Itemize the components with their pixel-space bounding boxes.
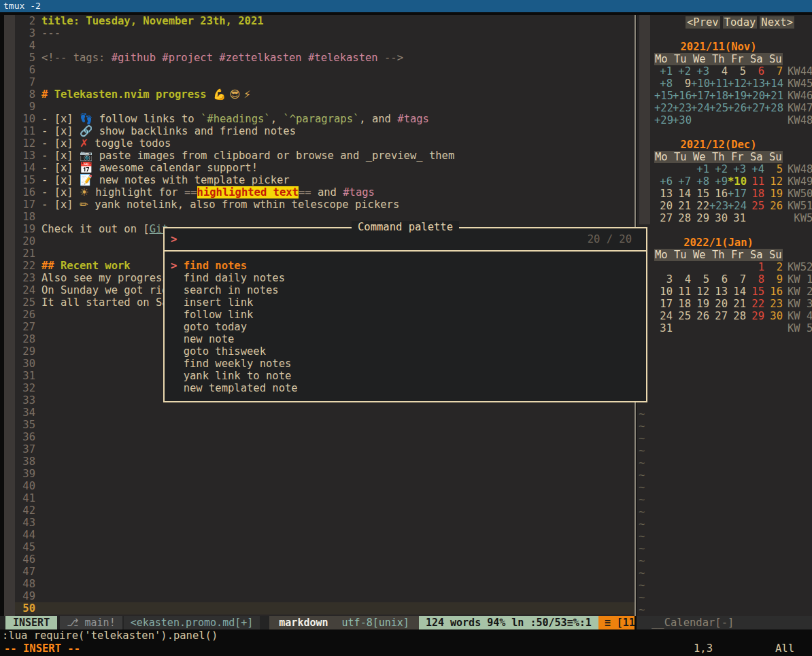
calendar-day-cell[interactable]: 19 [764,188,783,200]
calendar-day-cell[interactable]: +1 [691,163,709,175]
calendar-day-cell[interactable]: +30 [673,114,691,126]
editor-line[interactable]: 11- [x] 🔗 show backlinks and friend note… [15,125,635,137]
editor-line[interactable]: 5<!-- tags: #github #project #zettelkast… [15,52,635,64]
calendar-day-cell[interactable]: 12 [691,286,709,298]
calendar-day-cell[interactable]: +8 [654,77,673,90]
calendar-day-cell[interactable]: +20 [746,90,764,102]
calendar-day-cell[interactable]: +3 [728,163,746,175]
calendar-day-cell[interactable]: 12 [764,175,783,188]
editor-line[interactable]: 45 [15,541,635,553]
editor-line[interactable]: 10- [x] 👣 follow links to `#headings`, `… [15,113,635,125]
calendar-day-cell[interactable]: 14 [728,286,746,298]
calendar-day-cell[interactable]: +23 [709,200,728,212]
calendar-day-cell[interactable]: 6 [746,65,764,77]
calendar-day-cell[interactable]: 26 [691,310,709,322]
calendar-day-cell[interactable]: +13 [746,77,764,90]
calendar-day-cell[interactable]: 27 [654,212,673,224]
editor-line[interactable]: 46 [15,553,635,566]
calendar-day-cell[interactable]: +10 [691,77,709,90]
calendar-day-cell[interactable]: 19 [691,298,709,310]
calendar-day-cell[interactable]: 20 [709,298,728,310]
editor-line[interactable]: 50 [15,602,635,615]
editor-line[interactable]: 39 [15,468,635,480]
editor-line[interactable]: 35 [15,419,635,431]
calendar-day-cell[interactable]: +8 [691,175,709,188]
calendar-today-button[interactable]: Today [723,16,758,29]
editor-line[interactable]: 42 [15,504,635,517]
calendar-day-cell[interactable]: 11 [746,175,764,188]
calendar-day-cell[interactable]: 10 [654,286,673,298]
editor-line[interactable]: 4 [15,39,635,52]
palette-item-find-notes[interactable]: > find notes [165,260,646,272]
palette-item-new-templated-note[interactable]: new templated note [165,382,646,394]
calendar-day-cell[interactable]: 3 [654,273,673,286]
calendar-day-cell[interactable]: +21 [764,90,783,102]
calendar-day-cell[interactable]: 17 [654,298,673,310]
calendar-day-cell[interactable]: +28 [764,102,783,114]
calendar-day-cell[interactable]: +22 [654,102,673,114]
calendar-day-cell[interactable]: 2 [764,261,783,273]
calendar-day-cell[interactable]: 18 [673,298,691,310]
palette-item-find-weekly-notes[interactable]: find weekly notes [165,358,646,370]
calendar-day-cell[interactable]: +9 [709,175,728,188]
calendar-day-cell[interactable]: 5 [728,65,746,77]
calendar-day-cell[interactable]: 14 [673,188,691,200]
editor-line[interactable]: 2title: Tuesday, November 23th, 2021 [15,15,635,27]
calendar-day-cell[interactable]: 7 [728,273,746,286]
calendar-day-cell[interactable]: 29 [746,310,764,322]
calendar-day-cell[interactable]: +25 [709,102,728,114]
calendar-day-cell[interactable]: +6 [654,175,673,188]
calendar-day-cell[interactable]: 7 [764,65,783,77]
calendar-day-cell[interactable]: +24 [728,200,746,212]
calendar-day-cell[interactable]: 1 [746,261,764,273]
calendar-day-cell[interactable]: 30 [709,212,728,224]
calendar-day-cell[interactable]: 9 [764,273,783,286]
calendar-day-cell[interactable]: 26 [764,200,783,212]
calendar-scrollbar[interactable] [639,15,650,224]
editor-line[interactable]: 36 [15,431,635,443]
calendar-day-cell[interactable]: +19 [728,90,746,102]
calendar-day-cell[interactable]: +18 [709,90,728,102]
calendar-day-cell[interactable]: 15 [691,188,709,200]
palette-item-goto-thisweek[interactable]: goto thisweek [165,345,646,358]
editor-line[interactable]: 44 [15,529,635,541]
editor-line[interactable]: 18 [15,211,635,223]
calendar-day-cell[interactable]: +3 [691,65,709,77]
editor-line[interactable]: 47 [15,566,635,578]
editor-line[interactable]: 48 [15,578,635,590]
editor-line[interactable]: 34 [15,407,635,419]
palette-item-insert-link[interactable]: insert link [165,296,646,309]
calendar-day-cell[interactable]: *10 [728,175,746,188]
calendar-day-cell[interactable]: +11 [709,77,728,90]
calendar-day-cell[interactable]: 4 [673,273,691,286]
editor-line[interactable]: 14- [x] 📅 awesome calendar support! [15,162,635,174]
palette-item-search-in-notes[interactable]: search in notes [165,284,646,296]
palette-item-follow-link[interactable]: follow link [165,309,646,321]
editor-line[interactable]: 38 [15,455,635,468]
editor-line[interactable]: 3--- [15,27,635,39]
calendar-panel[interactable]: <PrevTodayNext>2021/11(Nov)Mo Tu We Th F… [637,15,812,616]
calendar-day-cell[interactable]: +29 [654,114,673,126]
editor-line[interactable]: 13- [x] 📷 paste images from clipboard or… [15,150,635,162]
calendar-day-cell[interactable]: +23 [673,102,691,114]
editor-line[interactable]: 40 [15,480,635,492]
calendar-day-cell[interactable]: +27 [746,102,764,114]
calendar-day-cell[interactable]: 13 [654,188,673,200]
calendar-day-cell[interactable]: 30 [764,310,783,322]
editor-line[interactable]: 37 [15,443,635,455]
calendar-day-cell[interactable]: 23 [764,298,783,310]
calendar-day-cell[interactable]: 31 [654,322,673,334]
calendar-day-cell[interactable]: 31 [728,212,746,224]
palette-item-yank-link-to-note[interactable]: yank link to note [165,370,646,382]
editor-line[interactable]: 8# Telekasten.nvim progress 💪 😎 ⚡ [15,88,635,101]
calendar-day-cell[interactable]: 27 [709,310,728,322]
calendar-day-cell[interactable]: +14 [764,77,783,90]
calendar-day-cell[interactable]: +12 [728,77,746,90]
calendar-day-cell[interactable]: +2 [709,163,728,175]
calendar-prev-button[interactable]: <Prev [686,16,720,29]
calendar-day-cell[interactable]: 25 [673,310,691,322]
calendar-day-cell[interactable]: +24 [691,102,709,114]
calendar-day-cell[interactable]: 24 [654,310,673,322]
calendar-day-cell[interactable]: +4 [746,163,764,175]
calendar-day-cell[interactable]: 18 [746,188,764,200]
